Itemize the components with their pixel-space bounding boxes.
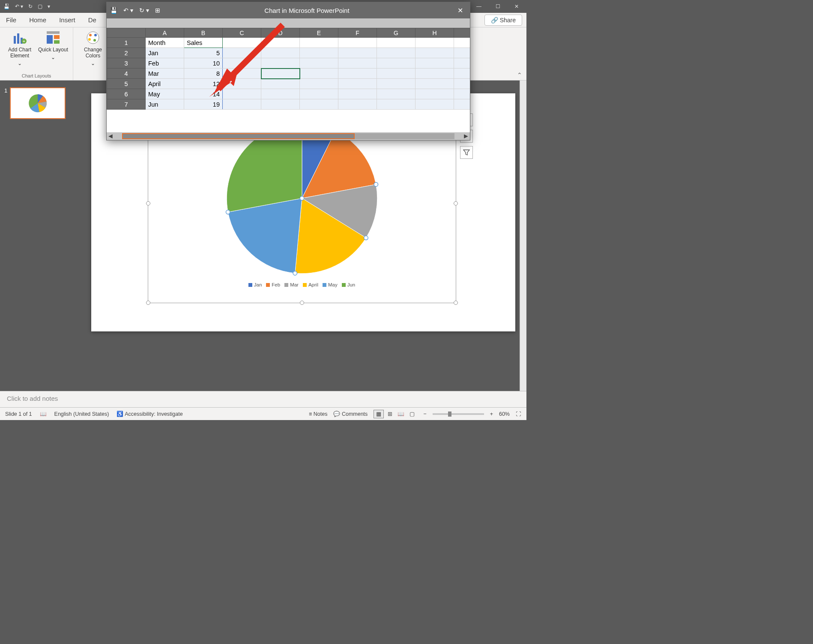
col-header-F[interactable]: F [338, 28, 377, 38]
cell-F3[interactable] [338, 58, 377, 69]
row-header-6[interactable]: 6 [107, 89, 146, 99]
cell-E6[interactable] [300, 89, 338, 99]
fit-to-window-button[interactable]: ⛶ [516, 411, 521, 417]
cell-B2[interactable]: 5 [184, 48, 223, 58]
slideshow-view-button[interactable]: ▢ [407, 410, 417, 418]
scroll-right-icon[interactable]: ► [462, 132, 470, 140]
cell-H7[interactable] [415, 99, 454, 110]
cell-E3[interactable] [300, 58, 338, 69]
cell-H1[interactable] [415, 38, 454, 48]
reading-view-button[interactable]: 📖 [396, 410, 406, 418]
normal-view-button[interactable]: ▦ [374, 410, 384, 418]
cell-H3[interactable] [415, 58, 454, 69]
cell-B5[interactable]: 12 [184, 79, 223, 89]
legend-item[interactable]: April [303, 282, 318, 287]
legend-item[interactable]: Jan [248, 282, 262, 287]
thumbnail-1[interactable]: 1 [4, 87, 75, 119]
col-header-G[interactable]: G [377, 28, 415, 38]
share-button[interactable]: 🔗 Share [484, 15, 522, 26]
cell-A7[interactable]: Jun [146, 99, 184, 110]
cell-G5[interactable] [377, 79, 415, 89]
cell-C4[interactable] [223, 69, 261, 79]
row-header-3[interactable]: 3 [107, 58, 146, 69]
cell-E5[interactable] [300, 79, 338, 89]
cell-I5[interactable] [454, 79, 470, 89]
cell-G7[interactable] [377, 99, 415, 110]
language-indicator[interactable]: English (United States) [54, 411, 109, 417]
cell-A6[interactable]: May [146, 89, 184, 99]
undo-icon[interactable]: ↶ ▾ [15, 3, 23, 9]
excel-edit-data-icon[interactable]: ⊞ [155, 7, 160, 14]
cell-I2[interactable] [454, 48, 470, 58]
save-icon[interactable]: 💾 [3, 3, 10, 9]
resize-handle[interactable] [300, 301, 304, 305]
tab-home[interactable]: Home [27, 14, 48, 26]
accessibility-button[interactable]: ♿ Accessibility: Investigate [117, 411, 182, 417]
cell-F7[interactable] [338, 99, 377, 110]
cell-D5[interactable] [261, 79, 300, 89]
cell-E2[interactable] [300, 48, 338, 58]
resize-handle[interactable] [146, 201, 150, 206]
cell-C7[interactable] [223, 99, 261, 110]
zoom-in-button[interactable]: + [490, 411, 493, 417]
scroll-left-icon[interactable]: ◄ [107, 132, 114, 140]
cell-G2[interactable] [377, 48, 415, 58]
cell-C5[interactable] [223, 79, 261, 89]
row-header-2[interactable]: 2 [107, 48, 146, 58]
cell-G6[interactable] [377, 89, 415, 99]
cell-I6[interactable] [454, 89, 470, 99]
spellcheck-icon[interactable]: 📖 [40, 411, 47, 417]
tab-design[interactable]: De [87, 14, 98, 26]
cell-F5[interactable] [338, 79, 377, 89]
notes-button[interactable]: ≡ Notes [309, 411, 327, 417]
resize-handle[interactable] [454, 301, 458, 305]
legend-item[interactable]: Feb [266, 282, 280, 287]
cell-H5[interactable] [415, 79, 454, 89]
cell-B1[interactable]: Sales [184, 38, 223, 48]
cell-B3[interactable]: 10 [184, 58, 223, 69]
cell-F1[interactable] [338, 38, 377, 48]
excel-grid[interactable]: ABCDEFGHI1MonthSales2Jan53Feb104Mar85Apr… [107, 28, 470, 132]
comments-button[interactable]: 💬 Comments [333, 411, 368, 417]
cell-D6[interactable] [261, 89, 300, 99]
excel-save-icon[interactable]: 💾 [110, 7, 117, 14]
cell-G4[interactable] [377, 69, 415, 79]
cell-C6[interactable] [223, 89, 261, 99]
row-header-4[interactable]: 4 [107, 69, 146, 79]
cell-C2[interactable] [223, 48, 261, 58]
cell-B7[interactable]: 19 [184, 99, 223, 110]
cell-D2[interactable] [261, 48, 300, 58]
cell-I3[interactable] [454, 58, 470, 69]
col-header-B[interactable]: B [184, 28, 223, 38]
cell-H2[interactable] [415, 48, 454, 58]
cell-F6[interactable] [338, 89, 377, 99]
quick-layout-button[interactable]: Quick Layout⌄ [38, 30, 69, 66]
zoom-level[interactable]: 60% [499, 411, 510, 417]
cell-A3[interactable]: Feb [146, 58, 184, 69]
cell-D1[interactable] [261, 38, 300, 48]
excel-redo-icon[interactable]: ↻ ▾ [139, 7, 149, 14]
col-header-E[interactable]: E [300, 28, 338, 38]
sorter-view-button[interactable]: ⊞ [385, 410, 395, 418]
col-header-H[interactable]: H [415, 28, 454, 38]
col-header-A[interactable]: A [146, 28, 184, 38]
legend-item[interactable]: May [323, 282, 338, 287]
tab-file[interactable]: File [4, 14, 18, 26]
resize-handle[interactable] [146, 301, 150, 305]
cell-F4[interactable] [338, 69, 377, 79]
cell-B6[interactable]: 14 [184, 89, 223, 99]
vertical-scrollbar[interactable] [520, 80, 526, 391]
select-all-cell[interactable] [107, 28, 146, 38]
collapse-ribbon-icon[interactable]: ⌃ [513, 70, 526, 80]
slideshow-icon[interactable]: ▢ [38, 3, 42, 9]
excel-undo-icon[interactable]: ↶ ▾ [123, 7, 133, 14]
row-header-5[interactable]: 5 [107, 79, 146, 89]
maximize-icon[interactable]: ☐ [491, 3, 504, 9]
zoom-out-button[interactable]: − [423, 411, 426, 417]
cell-G3[interactable] [377, 58, 415, 69]
cell-E1[interactable] [300, 38, 338, 48]
cell-B4[interactable]: 8 [184, 69, 223, 79]
pie-chart[interactable] [221, 117, 383, 280]
cell-H4[interactable] [415, 69, 454, 79]
change-colors-button[interactable]: Change Colors⌄ [78, 30, 108, 66]
